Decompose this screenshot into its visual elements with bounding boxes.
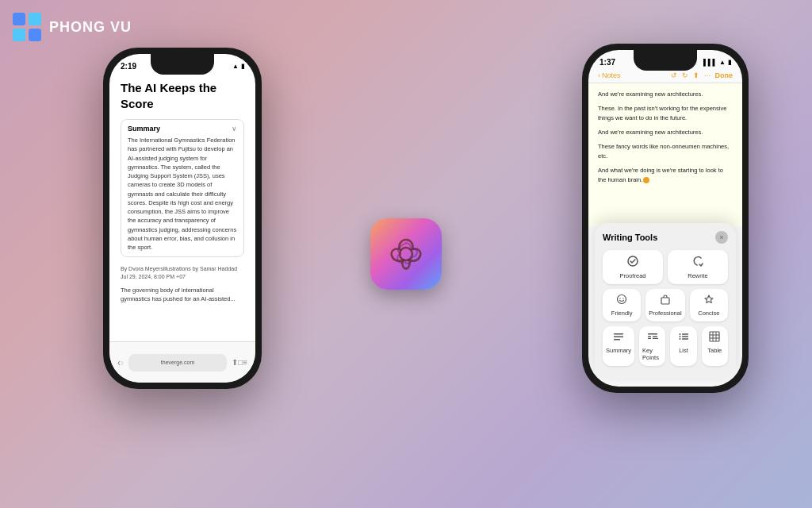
forward-icon-left[interactable]: › <box>121 357 124 368</box>
logo-text: PHONG VU <box>49 19 132 36</box>
concise-icon <box>703 294 714 307</box>
notes-actions: ↺ ↻ ⬆ ··· Done <box>671 71 733 79</box>
notes-line-5: And what we're doing is we're starting t… <box>598 166 733 185</box>
summary-box: Summary ∨ The International Gymnastics F… <box>121 119 244 257</box>
status-icons-left: ▲ ▮ <box>232 63 244 70</box>
phongvu-logo-icon <box>11 11 43 43</box>
url-text: theverge.com <box>161 360 194 365</box>
rewrite-label: Rewrite <box>688 272 707 279</box>
notes-content[interactable]: And we're examining new architectures. T… <box>588 83 742 226</box>
summary-chevron-icon: ∨ <box>232 125 237 133</box>
wt-proofread-button[interactable]: Proofread <box>603 250 663 284</box>
battery-icon-right: ▮ <box>728 59 731 66</box>
notes-line-4: These fancy words like non-onneumen mach… <box>598 142 733 161</box>
list-label: List <box>679 347 688 354</box>
proofread-icon <box>626 255 639 270</box>
undo-icon[interactable]: ↺ <box>671 71 677 79</box>
svg-rect-10 <box>614 333 623 335</box>
status-icons-right: ▌▌▌ ▲ ▮ <box>703 59 731 66</box>
notes-line-3: And we're examining new architectures. <box>598 128 733 137</box>
article-byline: By Dvora Meyersillustrations by Samar Ha… <box>109 260 255 286</box>
summary-label: Summary <box>128 125 160 133</box>
notes-line-2: These. In the past isn't working for the… <box>598 104 733 123</box>
wt-title: Writing Tools <box>603 233 657 242</box>
share-icon-right[interactable]: ⬆ <box>693 71 699 79</box>
app-icon-svg <box>384 232 428 276</box>
svg-rect-21 <box>682 338 688 340</box>
wt-rewrite-button[interactable]: Rewrite <box>668 250 728 284</box>
app-icon-center <box>370 218 442 290</box>
friendly-label: Friendly <box>611 310 633 317</box>
phone-left: 2:19 9:54 ▲ ▮ The AI Keeps the Score Sum… <box>103 48 262 389</box>
summary-header: Summary ∨ <box>128 125 237 133</box>
phone-right-notch <box>634 50 697 71</box>
svg-rect-9 <box>661 298 669 304</box>
notes-back-label: Notes <box>602 71 621 79</box>
phone-right: 1:37 ▌▌▌ ▲ ▮ ‹ Notes ↺ ↻ ⬆ ··· Done And <box>582 44 749 393</box>
wt-concise-button[interactable]: Concise <box>690 289 728 321</box>
svg-point-6 <box>618 295 626 304</box>
article-title: The AI Keeps the Score <box>109 74 255 116</box>
wt-header: Writing Tools × <box>603 231 728 244</box>
bottom-bar-left: ‹ › theverge.com ⬆ □ ≡ <box>109 341 255 383</box>
svg-rect-14 <box>653 337 657 338</box>
wt-close-button[interactable]: × <box>715 231 728 244</box>
svg-rect-0 <box>13 13 25 25</box>
time-right: 1:37 <box>599 58 615 67</box>
professional-label: Professional <box>649 310 681 317</box>
notes-done-button[interactable]: Done <box>715 71 733 79</box>
svg-rect-17 <box>682 333 688 335</box>
wt-keypoints-button[interactable]: Key Points <box>639 326 665 366</box>
share-icon-left[interactable]: ⬆ <box>232 358 238 367</box>
wt-row-2: Friendly Professional <box>603 289 728 321</box>
notes-back-button[interactable]: ‹ Notes <box>598 71 621 79</box>
keypoints-icon <box>647 331 658 344</box>
keypoints-label: Key Points <box>642 347 662 361</box>
more-icon[interactable]: ··· <box>704 71 710 79</box>
wt-friendly-button[interactable]: Friendly <box>603 289 641 321</box>
wt-row-3: Summary Key Points <box>603 326 728 366</box>
friendly-icon <box>616 294 627 307</box>
summary-text: The International Gymnastics Federation … <box>128 136 237 252</box>
time-left: 2:19 <box>121 62 136 71</box>
logo-area: PHONG VU <box>11 11 132 43</box>
wt-summary-button[interactable]: Summary <box>603 326 634 366</box>
wt-table-button[interactable]: Table <box>702 326 728 366</box>
svg-point-7 <box>619 298 620 298</box>
notes-line-1: And we're examining new architectures. <box>598 90 733 99</box>
svg-rect-15 <box>648 337 651 338</box>
tabs-icon-left[interactable]: ≡ <box>243 358 247 367</box>
professional-icon <box>660 294 671 307</box>
svg-point-18 <box>680 336 681 337</box>
table-label: Table <box>707 347 722 354</box>
signal-icon: ▌▌▌ <box>703 59 717 66</box>
wt-list-button[interactable]: List <box>670 326 696 366</box>
svg-rect-1 <box>29 13 41 25</box>
summary-btn-label: Summary <box>606 347 631 354</box>
svg-rect-22 <box>710 332 719 341</box>
svg-rect-3 <box>29 29 41 41</box>
summary-icon <box>613 331 624 344</box>
chevron-left-icon: ‹ <box>598 71 600 79</box>
phone-left-screen: 2:19 9:54 ▲ ▮ The AI Keeps the Score Sum… <box>109 54 255 383</box>
rewrite-icon <box>691 255 704 270</box>
svg-rect-11 <box>614 337 623 338</box>
notes-toolbar: ‹ Notes ↺ ↻ ⬆ ··· Done <box>588 70 742 83</box>
writing-tools-panel: Writing Tools × Proofread <box>595 223 736 379</box>
article-body: The governing body of international gymn… <box>109 286 255 304</box>
list-icon <box>678 331 689 344</box>
svg-point-20 <box>680 338 681 340</box>
cursor-indicator <box>643 177 649 183</box>
svg-rect-13 <box>648 333 657 335</box>
svg-rect-19 <box>682 336 688 337</box>
battery-icon-left: ▮ <box>241 63 244 70</box>
url-bar[interactable]: theverge.com <box>128 354 227 371</box>
svg-rect-2 <box>13 29 25 41</box>
redo-icon[interactable]: ↻ <box>682 71 688 79</box>
svg-point-8 <box>622 298 623 298</box>
proofread-label: Proofread <box>620 272 646 279</box>
svg-point-16 <box>680 333 681 335</box>
wt-professional-button[interactable]: Professional <box>645 289 684 321</box>
phone-left-notch <box>151 54 214 75</box>
concise-label: Concise <box>698 310 719 317</box>
